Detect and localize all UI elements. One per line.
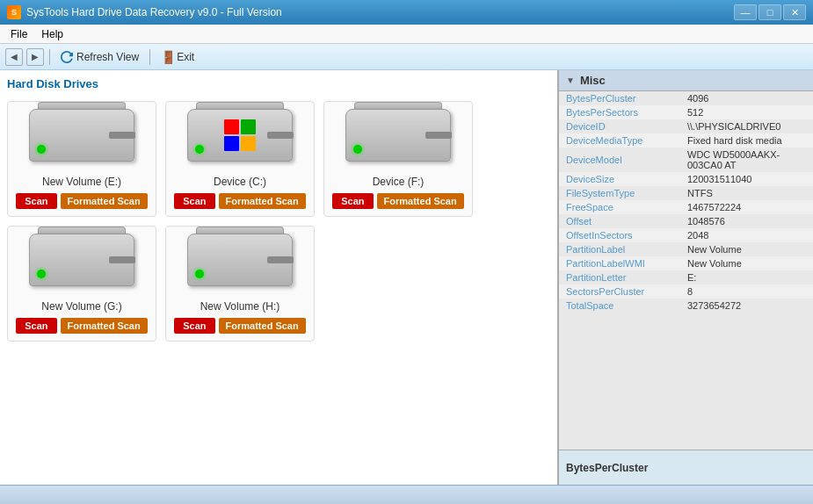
hdd-light-g (37, 270, 46, 278)
drive-item-f: Device (F:) Scan Formatted Scan (323, 101, 473, 217)
menu-help[interactable]: Help (34, 26, 70, 42)
prop-key: BytesPerSectors (559, 105, 682, 119)
windows-logo (224, 119, 256, 151)
nav-forward-button[interactable]: ▶ (26, 48, 44, 66)
prop-value: 1467572224 (682, 200, 813, 214)
prop-key: DeviceModel (559, 148, 682, 172)
menu-file[interactable]: File (4, 26, 34, 42)
hdd-body-f (345, 109, 451, 162)
drive-label-c: Device (C:) (214, 176, 266, 188)
drive-icon-h (187, 234, 293, 295)
maximize-button[interactable]: □ (759, 4, 781, 20)
prop-row: TotalSpace 3273654272 (559, 299, 813, 313)
toolbar-divider-2 (149, 49, 150, 65)
prop-row: SectorsPerCluster 8 (559, 284, 813, 299)
hdd-connector-g (109, 256, 135, 263)
prop-row: FreeSpace 1467572224 (559, 200, 813, 214)
scan-button-e[interactable]: Scan (16, 193, 56, 209)
formatted-scan-button-c[interactable]: Formatted Scan (219, 193, 306, 209)
bottom-status: BytesPerCluster (559, 450, 813, 485)
props-panel: ▼ Misc BytesPerCluster 4096 BytesPerSect… (559, 70, 813, 450)
props-table: BytesPerCluster 4096 BytesPerSectors 512… (559, 91, 813, 313)
scan-button-f[interactable]: Scan (332, 193, 373, 209)
prop-row: DeviceModel WDC WD5000AAKX-003CA0 AT (559, 148, 813, 172)
minimize-button[interactable]: — (734, 4, 757, 20)
scan-button-h[interactable]: Scan (174, 318, 214, 334)
prop-value: NTFS (682, 186, 813, 200)
hdd-body-h (187, 234, 293, 286)
status-bar (0, 485, 813, 504)
prop-key: DeviceMediaType (559, 133, 682, 148)
props-section-label: Misc (580, 74, 606, 87)
prop-row: DeviceID \\.\PHYSICALDRIVE0 (559, 119, 813, 133)
collapse-icon: ▼ (566, 76, 575, 85)
prop-row: BytesPerCluster 4096 (559, 91, 813, 105)
drive-grid: New Volume (E:) Scan Formatted Scan (7, 101, 550, 342)
drive-buttons-g: Scan Formatted Scan (16, 318, 147, 334)
window-title: SysTools Hard Drive Data Recovery v9.0 -… (26, 6, 282, 18)
hdd-connector-f (425, 132, 452, 139)
scan-button-g[interactable]: Scan (16, 318, 56, 334)
prop-row: DeviceMediaType Fixed hard disk media (559, 133, 813, 148)
hdd-connector (109, 132, 135, 139)
prop-key: DeviceSize (559, 172, 682, 186)
bottom-status-label: BytesPerCluster (566, 462, 648, 474)
prop-key: PartitionLabel (559, 242, 682, 256)
drive-buttons-e: Scan Formatted Scan (16, 193, 147, 209)
win-q4 (241, 136, 256, 151)
left-panel: Hard Disk Drives New Volume (E:) Scan Fo… (0, 70, 558, 485)
nav-back-button[interactable]: ◀ (5, 48, 23, 66)
prop-value: 512 (682, 105, 813, 119)
prop-key: BytesPerCluster (559, 91, 682, 105)
formatted-scan-button-h[interactable]: Formatted Scan (219, 318, 306, 334)
prop-key: PartitionLabelWMI (559, 256, 682, 270)
prop-key: SectorsPerCluster (559, 284, 682, 299)
refresh-icon (61, 51, 73, 63)
drive-icon-f (345, 109, 451, 170)
formatted-scan-button-e[interactable]: Formatted Scan (61, 193, 148, 209)
prop-value: 1048576 (682, 214, 813, 228)
hdd-connector-h (267, 256, 294, 263)
drive-item-g: New Volume (G:) Scan Formatted Scan (7, 226, 156, 342)
prop-row: OffsetInSectors 2048 (559, 228, 813, 242)
scan-button-c[interactable]: Scan (174, 193, 214, 209)
prop-row: FileSystemType NTFS (559, 186, 813, 200)
formatted-scan-button-f[interactable]: Formatted Scan (377, 193, 464, 209)
prop-key: TotalSpace (559, 299, 682, 313)
win-q3 (224, 136, 239, 151)
prop-key: DeviceID (559, 119, 682, 133)
formatted-scan-button-g[interactable]: Formatted Scan (61, 318, 148, 334)
drive-label-g: New Volume (G:) (41, 300, 121, 313)
close-button[interactable]: ✕ (783, 4, 806, 20)
exit-button[interactable]: 🚪 Exit (156, 49, 200, 65)
prop-key: FreeSpace (559, 200, 682, 214)
drive-buttons-h: Scan Formatted Scan (174, 318, 305, 334)
drive-icon-e (29, 109, 134, 170)
drive-item-e: New Volume (E:) Scan Formatted Scan (7, 101, 156, 217)
hdd-light-c (195, 145, 204, 154)
props-header[interactable]: ▼ Misc (559, 70, 813, 91)
hdd-connector-c (267, 132, 294, 139)
hdd-body (29, 109, 134, 162)
exit-icon: 🚪 (161, 51, 173, 63)
drive-buttons-c: Scan Formatted Scan (174, 193, 305, 209)
prop-value: WDC WD5000AAKX-003CA0 AT (682, 148, 813, 172)
refresh-button[interactable]: Refresh View (55, 49, 144, 65)
drive-icon-c (187, 109, 293, 170)
prop-value: 4096 (682, 91, 813, 105)
prop-row: PartitionLabelWMI New Volume (559, 256, 813, 270)
prop-value: 8 (682, 284, 813, 299)
drive-label-f: Device (F:) (373, 176, 425, 188)
prop-row: BytesPerSectors 512 (559, 105, 813, 119)
drive-label-h: New Volume (H:) (200, 300, 280, 313)
win-q1 (224, 119, 239, 134)
toolbar: ◀ ▶ Refresh View 🚪 Exit (0, 44, 813, 70)
exit-label: Exit (177, 51, 194, 63)
drive-buttons-f: Scan Formatted Scan (332, 193, 463, 209)
hdd-light (37, 145, 46, 154)
prop-key: OffsetInSectors (559, 228, 682, 242)
hdd-body-c (187, 109, 293, 162)
prop-row: PartitionLabel New Volume (559, 242, 813, 256)
refresh-label: Refresh View (76, 51, 139, 63)
prop-value: 120031511040 (682, 172, 813, 186)
